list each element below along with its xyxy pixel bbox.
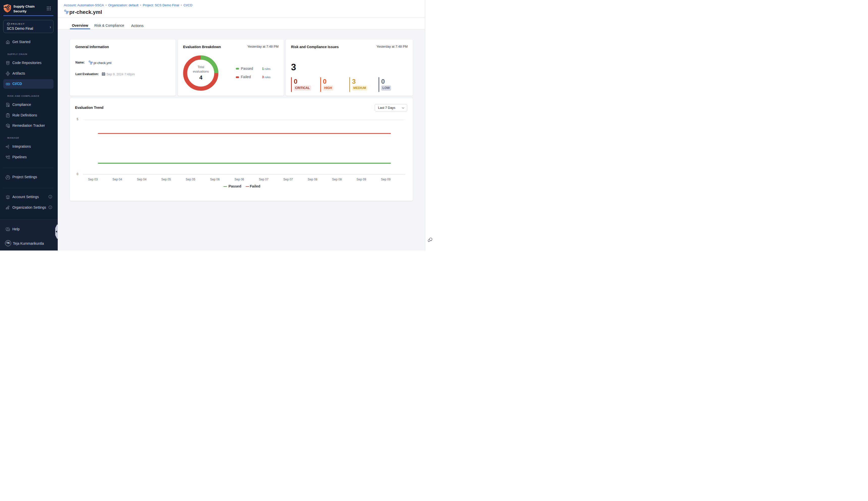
- svg-text:?: ?: [7, 227, 8, 230]
